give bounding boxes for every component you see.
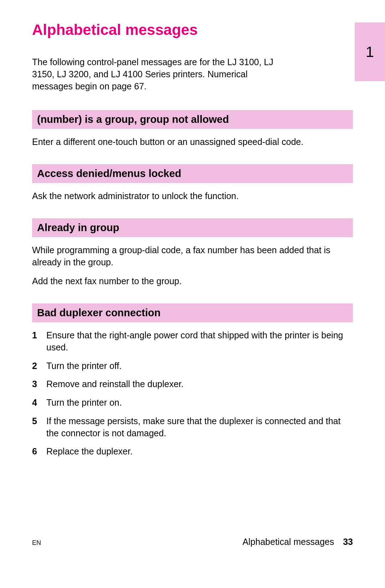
footer-right: Alphabetical messages 33 — [242, 537, 353, 547]
section-body: Ask the network administrator to unlock … — [32, 190, 353, 202]
page-footer: EN Alphabetical messages 33 — [32, 537, 353, 547]
footer-section-label: Alphabetical messages — [242, 537, 334, 547]
section-2: Already in group While programming a gro… — [32, 218, 353, 287]
section-0: (number) is a group, group not allowed E… — [32, 110, 353, 148]
footer-language: EN — [32, 539, 41, 547]
page-container: 1 Alphabetical messages The following co… — [0, 0, 385, 588]
ordered-list: Ensure that the right-angle power cord t… — [32, 329, 353, 458]
section-body: While programming a group-dial code, a f… — [32, 244, 353, 287]
intro-paragraph: The following control-panel messages are… — [32, 56, 285, 92]
paragraph: Add the next fax number to the group. — [32, 275, 353, 287]
section-body: Ensure that the right-angle power cord t… — [32, 329, 353, 458]
paragraph: Ask the network administrator to unlock … — [32, 190, 353, 202]
chapter-tab: 1 — [355, 22, 385, 81]
list-item: Replace the duplexer. — [32, 446, 353, 458]
paragraph: While programming a group-dial code, a f… — [32, 244, 353, 269]
list-item: Turn the printer on. — [32, 397, 353, 409]
footer-page-number: 33 — [343, 537, 353, 547]
list-item: If the message persists, make sure that … — [32, 415, 353, 439]
section-header: Bad duplexer connection — [32, 303, 353, 322]
section-1: Access denied/menus locked Ask the netwo… — [32, 164, 353, 202]
section-3: Bad duplexer connection Ensure that the … — [32, 303, 353, 458]
list-item: Ensure that the right-angle power cord t… — [32, 329, 353, 354]
list-item: Turn the printer off. — [32, 360, 353, 372]
chapter-number: 1 — [366, 43, 374, 61]
paragraph: Enter a different one-touch button or an… — [32, 136, 353, 148]
section-header: Already in group — [32, 218, 353, 237]
section-body: Enter a different one-touch button or an… — [32, 136, 353, 148]
section-header: Access denied/menus locked — [32, 164, 353, 183]
section-header: (number) is a group, group not allowed — [32, 110, 353, 129]
list-item: Remove and reinstall the duplexer. — [32, 378, 353, 390]
page-title: Alphabetical messages — [32, 21, 353, 38]
